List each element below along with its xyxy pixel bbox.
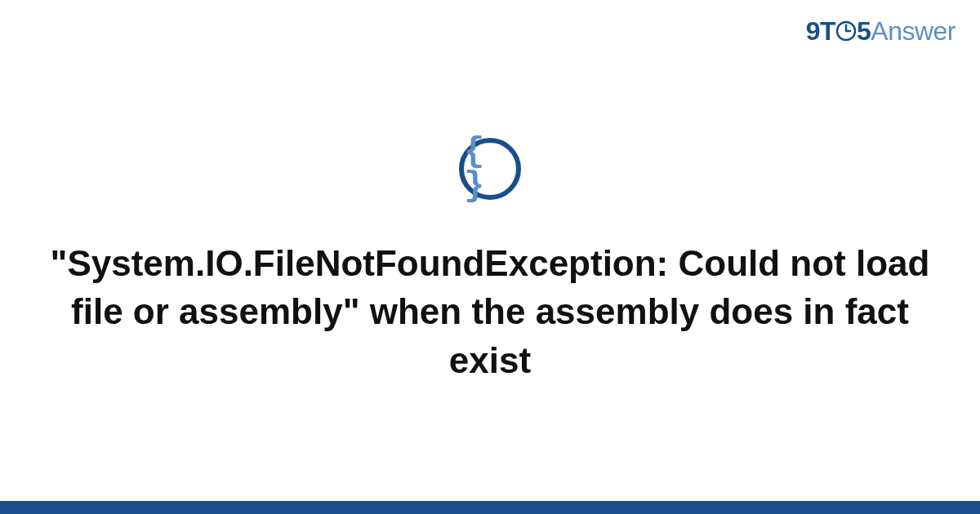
- main-content: { } "System.IO.FileNotFoundException: Co…: [0, 0, 980, 514]
- braces-glyph: { }: [464, 135, 516, 203]
- code-braces-icon: { }: [459, 138, 521, 200]
- page-title: "System.IO.FileNotFoundException: Could …: [41, 239, 939, 384]
- footer-accent-bar: [0, 501, 980, 514]
